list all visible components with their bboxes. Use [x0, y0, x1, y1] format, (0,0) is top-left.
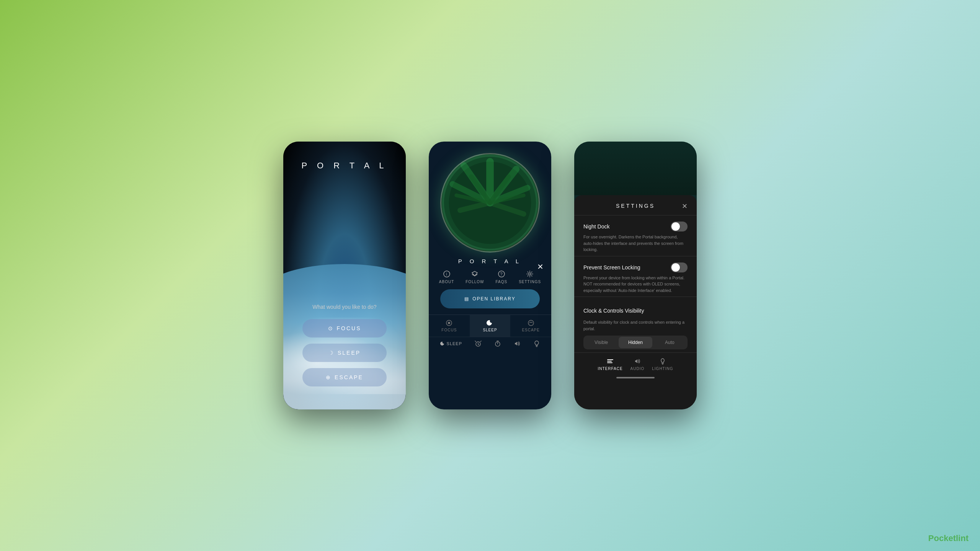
- about-label: ABOUT: [439, 280, 454, 284]
- settings-panel: SETTINGS ✕ Night Dock For use overnight.…: [574, 195, 697, 409]
- segment-visible[interactable]: Visible: [585, 337, 618, 348]
- tab-sleep-label: SLEEP: [483, 328, 497, 332]
- sleep-icon: ☽: [328, 350, 335, 356]
- sleep-bottom-label: SLEEP: [440, 341, 462, 346]
- screen1-portal-home: P O R T A L What would you like to do? ⊙…: [283, 142, 406, 409]
- lighting-icon: [659, 357, 666, 365]
- settings-nav[interactable]: SETTINGS: [519, 271, 541, 284]
- escape-label: ESCAPE: [335, 374, 363, 380]
- clock-visibility-setting: Clock & Controls Visibility Default visi…: [583, 297, 688, 352]
- watermark-highlight: lint: [956, 533, 969, 543]
- palm-tree-image: [441, 154, 539, 251]
- tab-sleep-icon: [487, 320, 493, 326]
- tab-escape[interactable]: ESCAPE: [510, 315, 551, 337]
- settings-icon: [526, 271, 533, 277]
- sleep-text: SLEEP: [447, 341, 462, 346]
- svg-rect-26: [607, 362, 612, 363]
- faqs-nav[interactable]: ? FAQS: [495, 271, 507, 284]
- about-nav[interactable]: i ABOUT: [439, 271, 454, 284]
- settings-header: SETTINGS ✕: [583, 195, 688, 215]
- focus-icon: ⊙: [328, 325, 334, 331]
- sleep-label: SLEEP: [338, 350, 361, 356]
- follow-icon: [471, 271, 478, 277]
- prevent-lock-desc: Prevent your device from locking when wi…: [583, 275, 688, 294]
- bottom-controls-bar: SLEEP: [429, 337, 551, 350]
- tab-focus-icon: [446, 320, 452, 326]
- segment-auto[interactable]: Auto: [653, 337, 686, 348]
- tab-focus-label: FOCUS: [441, 328, 457, 332]
- svg-point-18: [529, 273, 531, 275]
- follow-label: FOLLOW: [466, 280, 484, 284]
- close-button[interactable]: ✕: [537, 262, 544, 271]
- faqs-label: FAQS: [495, 280, 507, 284]
- volume-icon[interactable]: [514, 340, 521, 347]
- night-dock-desc: For use overnight. Darkens the Portal ba…: [583, 234, 688, 253]
- library-icon: ▤: [464, 296, 469, 302]
- night-dock-label: Night Dock: [583, 223, 609, 230]
- tab-focus[interactable]: FOCUS: [429, 315, 470, 337]
- timer-icon[interactable]: [494, 340, 501, 347]
- prevent-lock-label: Prevent Screen Locking: [583, 264, 640, 271]
- night-dock-toggle[interactable]: [671, 222, 688, 231]
- alarm-icon[interactable]: [475, 340, 482, 347]
- tab-escape-label: ESCAPE: [522, 328, 540, 332]
- interface-icon: [606, 357, 614, 365]
- watermark-brand: Pocket: [928, 533, 956, 543]
- prevent-lock-toggle[interactable]: [671, 262, 688, 272]
- about-icon: i: [443, 271, 450, 277]
- tab-audio[interactable]: AUDIO: [630, 357, 645, 371]
- tab-sleep[interactable]: SLEEP: [470, 315, 511, 337]
- tab-lighting[interactable]: LIGHTING: [652, 357, 673, 371]
- tab-escape-icon: [528, 320, 534, 326]
- nav-icon-row: i ABOUT FOLLOW ? FAQS: [439, 271, 541, 284]
- clock-visibility-label: Clock & Controls Visibility: [583, 303, 688, 317]
- focus-button[interactable]: ⊙ FOCUS: [302, 319, 387, 337]
- tab-interface-label: INTERFACE: [598, 367, 622, 371]
- mode-tab-bar: FOCUS SLEEP ESCAPE: [429, 315, 551, 337]
- svg-point-20: [448, 322, 450, 324]
- svg-rect-25: [607, 361, 612, 362]
- svg-text:?: ?: [500, 272, 503, 276]
- bulb-icon[interactable]: [533, 340, 540, 347]
- screen1-title: P O R T A L: [302, 161, 388, 171]
- tab-audio-label: AUDIO: [630, 367, 645, 371]
- portal-circular-image: [440, 153, 540, 253]
- sleep-moon-icon: [440, 341, 445, 346]
- segment-control: Visible Hidden Auto: [583, 336, 688, 349]
- tab-lighting-label: LIGHTING: [652, 367, 673, 371]
- screen3-settings: SETTINGS ✕ Night Dock For use overnight.…: [574, 142, 697, 409]
- settings-label: SETTINGS: [519, 280, 541, 284]
- svg-rect-24: [607, 359, 613, 360]
- sleep-button[interactable]: ☽ SLEEP: [302, 344, 387, 362]
- settings-bottom-tabs: INTERFACE AUDIO LIGHTING: [583, 353, 688, 374]
- prevent-lock-setting: Prevent Screen Locking Prevent your devi…: [583, 256, 688, 297]
- segment-hidden[interactable]: Hidden: [619, 337, 652, 348]
- focus-label: FOCUS: [337, 325, 361, 331]
- escape-button[interactable]: ⊕ ESCAPE: [302, 368, 387, 386]
- follow-nav[interactable]: FOLLOW: [466, 271, 484, 284]
- tab-interface[interactable]: INTERFACE: [598, 357, 622, 371]
- faqs-icon: ?: [498, 271, 505, 277]
- settings-close-button[interactable]: ✕: [682, 202, 688, 210]
- escape-icon: ⊕: [326, 374, 332, 380]
- home-indicator: [616, 377, 655, 378]
- night-dock-setting: Night Dock For use overnight. Darkens th…: [583, 215, 688, 256]
- screen1-subtitle: What would you like to do?: [312, 304, 376, 310]
- screen2-portal-library: P O R T A L ✕ i ABOUT FOLLOW ?: [429, 142, 551, 409]
- screen2-portal-label: P O R T A L: [458, 258, 522, 264]
- pocketlint-watermark: Pocketlint: [928, 533, 969, 543]
- open-library-button[interactable]: ▤ OPEN LIBRARY: [440, 289, 540, 308]
- svg-text:i: i: [446, 272, 447, 276]
- audio-icon: [634, 357, 641, 365]
- svg-point-21: [528, 320, 534, 326]
- clock-visibility-desc: Default visibility for clock and control…: [583, 319, 688, 332]
- settings-title: SETTINGS: [616, 203, 655, 209]
- open-library-label: OPEN LIBRARY: [472, 296, 515, 302]
